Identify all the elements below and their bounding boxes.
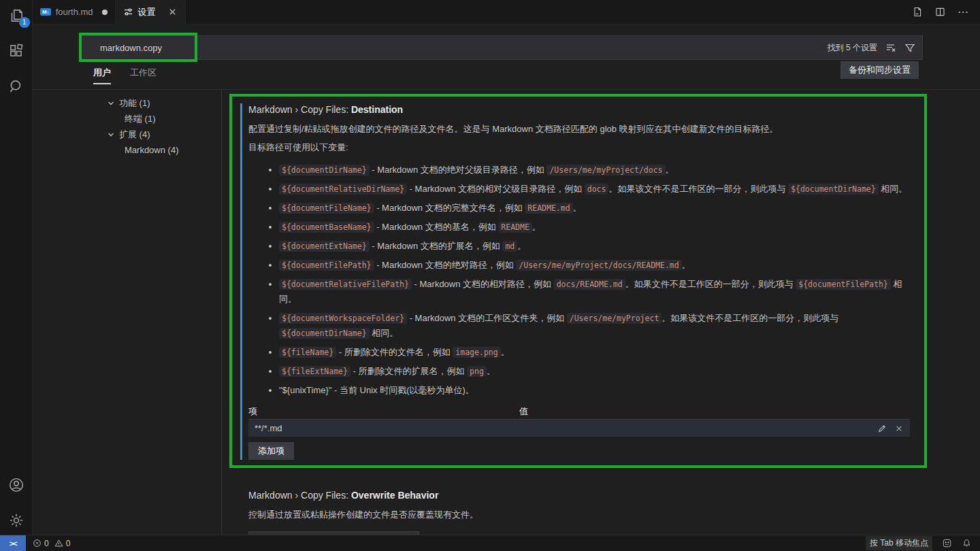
code-span: README.md <box>525 203 572 214</box>
tab-user-settings[interactable]: 用户 <box>93 67 111 84</box>
split-editor-icon[interactable] <box>934 6 946 18</box>
code-span: md <box>502 241 517 252</box>
activity-bar: 1 <box>0 0 33 535</box>
text-span: - Markdown 文档的相对路径，例如 <box>412 279 554 289</box>
tab-workspace-settings[interactable]: 工作区 <box>130 67 157 84</box>
text-span: 。 <box>501 347 510 357</box>
text-span: 。如果该文件不是工作区的一部分，则此项与 <box>608 184 788 194</box>
toc-item[interactable]: 扩展 (4) <box>33 127 221 142</box>
settings-list: Markdown › Copy Files: Destination 配置通过复… <box>222 90 980 535</box>
destination-table: 项 值 **/*.md <box>248 403 910 460</box>
row-actions <box>877 424 904 433</box>
setting-label: Destination <box>351 104 403 115</box>
code-span: png <box>467 366 487 377</box>
text-span: 。如果该文件不是工作区的一部分，则此项与 <box>662 313 838 323</box>
text-span: - Markdown 文档的绝对父级目录路径，例如 <box>370 165 547 175</box>
modified-dot-icon[interactable] <box>102 10 108 15</box>
warning-count: 0 <box>66 539 71 548</box>
variables-list: ${documentDirName} - Markdown 文档的绝对父级目录路… <box>248 163 910 398</box>
text-span: - Markdown 文档的相对父级目录路径，例如 <box>407 184 585 194</box>
editor-area: M↓ fourth.md 设置 <box>33 0 980 535</box>
extensions-icon[interactable] <box>7 42 25 60</box>
markdown-file-icon: M↓ <box>40 8 51 16</box>
text-span: 相同。 <box>370 328 399 338</box>
remote-indicator[interactable]: >< <box>0 535 26 551</box>
variable-item: ${documentFilePath} - Markdown 文档的绝对路径，例… <box>279 258 910 273</box>
code-span: README <box>498 222 532 233</box>
value-header: 值 <box>519 405 528 418</box>
editor-actions: ⋯ <box>911 0 980 24</box>
variable-item: ${documentExtName} - Markdown 文档的扩展名，例如 … <box>279 239 910 254</box>
warning-icon <box>54 539 63 548</box>
tab-settings[interactable]: 设置 <box>116 0 186 24</box>
problems-status[interactable]: 0 0 <box>33 539 73 548</box>
variable-item: ${documentWorkspaceFolder} - Markdown 文档… <box>279 311 910 341</box>
table-header: 项 值 <box>248 403 910 420</box>
setting-title: Markdown › Copy Files: Destination <box>248 103 928 116</box>
text-span: - 所删除文件的文件名，例如 <box>336 347 453 357</box>
settings-gear-icon[interactable] <box>7 512 25 529</box>
more-actions-icon[interactable]: ⋯ <box>958 9 969 16</box>
status-bar-right: 按 Tab 移动焦点 <box>866 536 980 550</box>
search-value: markdown.copy <box>80 43 162 53</box>
filter-icon[interactable] <box>904 42 915 53</box>
feedback-icon[interactable] <box>942 538 952 548</box>
add-item-button[interactable]: 添加项 <box>248 442 294 460</box>
text-span: 。 <box>573 203 582 213</box>
tab-label: 设置 <box>138 6 156 18</box>
settings-toc: 功能 (1)终端 (1)扩展 (4)Markdown (4) <box>33 90 221 535</box>
text-span: 。 <box>682 260 691 270</box>
activity-bar-bottom <box>0 476 32 529</box>
edit-icon[interactable] <box>877 424 887 433</box>
setting-label: Overwrite Behavior <box>351 490 438 501</box>
setting-category: Markdown › Copy Files: <box>248 104 351 115</box>
table-row[interactable]: **/*.md <box>248 420 910 437</box>
code-span: docs <box>585 184 609 195</box>
clear-filters-icon[interactable] <box>885 42 896 53</box>
account-icon[interactable] <box>7 476 25 494</box>
text-span: 。 <box>666 165 674 175</box>
search-icon[interactable] <box>7 78 25 95</box>
row-key: **/*.md <box>255 423 282 433</box>
variable-item: ${documentBaseName} - Markdown 文档的基名，例如 … <box>279 220 910 235</box>
chevron-down-icon <box>107 99 115 107</box>
explorer-icon[interactable]: 1 <box>7 7 25 24</box>
error-count: 0 <box>44 539 49 548</box>
backup-sync-settings-button[interactable]: 备份和同步设置 <box>840 61 919 79</box>
variable-item: "${unixTime}" - 当前 Unix 时间戳(以毫秒为单位)。 <box>279 383 910 398</box>
code-span: /Users/me/myProject/docs/README.md <box>516 260 681 271</box>
open-settings-json-icon[interactable] <box>911 6 923 18</box>
toc-label: 功能 (1) <box>119 97 150 110</box>
variable-item: ${documentDirName} - Markdown 文档的绝对父级目录路… <box>279 163 910 178</box>
tab-fourth-md[interactable]: M↓ fourth.md <box>33 0 116 24</box>
tab-label: fourth.md <box>56 7 93 17</box>
code-span: ${fileExtName} <box>279 366 350 377</box>
tab-focus-indicator[interactable]: 按 Tab 移动焦点 <box>866 536 932 550</box>
code-span: ${documentExtName} <box>279 241 370 252</box>
text-span: - 所删除文件的扩展名，例如 <box>350 366 467 376</box>
toc-item[interactable]: 终端 (1) <box>33 111 221 127</box>
toc-item[interactable]: Markdown (4) <box>33 142 221 158</box>
text-span: 相同。 <box>879 184 908 194</box>
close-icon[interactable] <box>167 7 178 17</box>
toc-item[interactable]: 功能 (1) <box>33 95 221 111</box>
code-span: image.png <box>453 347 500 358</box>
remove-icon[interactable] <box>894 424 904 433</box>
vscode-window: 1 <box>0 0 980 535</box>
remote-icon: >< <box>10 539 16 548</box>
code-span: /Users/me/myProject/docs <box>546 165 665 176</box>
notifications-bell-icon[interactable] <box>962 538 972 548</box>
variable-item: ${documentFileName} - Markdown 文档的完整文件名，… <box>279 201 910 216</box>
code-span: ${documentBaseName} <box>279 222 374 233</box>
code-span: ${documentRelativeDirName} <box>279 184 407 195</box>
settings-editor: markdown.copy 找到 5 个设置 <box>33 24 980 535</box>
settings-sliders-icon <box>123 7 133 17</box>
text-span: 。如果文件不是工作区的一部分，则此项与 <box>625 279 796 289</box>
text-span: 。 <box>532 222 541 232</box>
setting-title: Markdown › Copy Files: Overwrite Behavio… <box>248 489 936 501</box>
text-span: 。 <box>517 241 526 251</box>
code-span: ${fileName} <box>279 347 336 358</box>
text-span: - Markdown 文档的绝对路径，例如 <box>374 260 517 270</box>
settings-search-input[interactable]: markdown.copy 找到 5 个设置 <box>79 35 923 60</box>
setting-description: 配置通过复制/粘贴或拖放创建的文件的路径及文件名。这是与 Markdown 文档… <box>248 122 910 135</box>
